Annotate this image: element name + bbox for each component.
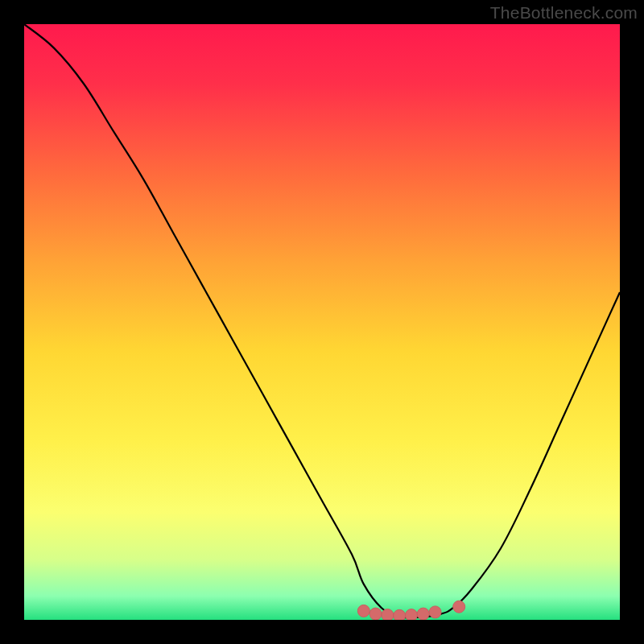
marker-lowpoint-2	[369, 608, 382, 620]
marker-lowpoint-6	[417, 608, 429, 620]
marker-lowpoint-5	[406, 609, 418, 620]
marker-lowpoint-4	[394, 609, 406, 620]
marker-lowpoint-7	[429, 606, 441, 618]
watermark-text: TheBottleneck.com	[490, 3, 638, 23]
page-root: TheBottleneck.com	[0, 0, 644, 644]
marker-lowpoint-3	[382, 609, 394, 620]
chart-svg	[24, 24, 620, 620]
plot-area	[24, 24, 620, 620]
marker-lowpoint-8	[453, 601, 465, 613]
marker-lowpoint-1	[357, 605, 369, 617]
gradient-background	[24, 24, 620, 620]
